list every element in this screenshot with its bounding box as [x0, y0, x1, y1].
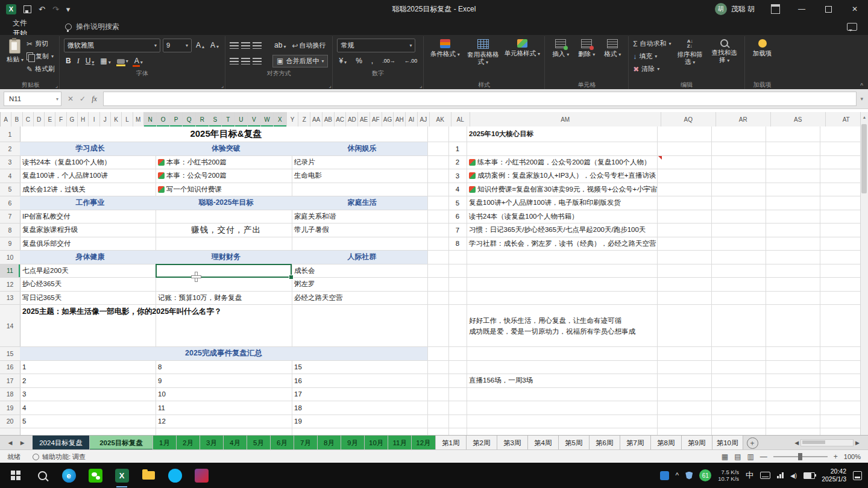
column-header[interactable]: AS — [771, 112, 826, 127]
cell-r8c2[interactable]: 赚钱，交付，产出 — [156, 224, 297, 237]
column-header[interactable]: AJ — [418, 112, 430, 127]
row-header[interactable]: 18 — [0, 388, 20, 402]
align-top-icon[interactable] — [230, 42, 239, 49]
row-header[interactable]: 6 — [0, 196, 20, 210]
column-header[interactable]: W — [261, 112, 274, 127]
conditional-formatting-button[interactable]: 条件格式 ▾ — [428, 37, 462, 58]
cell-r5-am[interactable]: 知识付费课=复盘创富30讲卖99元，视频号+公众号+小宇宙 — [467, 183, 662, 196]
column-header[interactable]: AH — [394, 112, 406, 127]
column-header[interactable]: Q — [183, 112, 196, 127]
hscroll-right-icon[interactable]: ▶ — [855, 440, 860, 446]
sheet-tab[interactable]: 第4周 — [528, 436, 559, 450]
name-box[interactable]: N11 ▾ — [4, 92, 61, 106]
cell-r7-am[interactable]: 读书24本（读复盘100个人物书籍） — [467, 210, 662, 224]
sheet-tab[interactable]: 第7周 — [620, 436, 651, 450]
column-header[interactable]: J — [100, 112, 111, 127]
column-header[interactable]: AI — [406, 112, 418, 127]
column-header[interactable]: AE — [358, 112, 370, 127]
font-size-select[interactable]: 9▾ — [163, 39, 192, 52]
cell-r20c1[interactable]: 5 — [20, 415, 160, 428]
cell-r17c1[interactable]: 2 — [20, 374, 160, 387]
cell-r11c3[interactable]: 成长会 — [292, 264, 432, 278]
select-all-corner[interactable] — [0, 112, 1, 127]
font-name-select[interactable]: 微软雅黑▾ — [64, 39, 160, 52]
ribbon-tab[interactable]: 文件 — [5, 18, 49, 28]
cancel-entry-icon[interactable]: ✕ — [68, 95, 74, 103]
column-header[interactable]: X — [274, 112, 287, 127]
cell-r7-al[interactable]: 6 — [448, 210, 467, 224]
cell-r2-al[interactable]: 1 — [448, 142, 467, 155]
restore-button[interactable] — [815, 0, 841, 18]
accessibility-status[interactable]: 辅助功能: 调查 — [33, 452, 86, 461]
copy-button[interactable]: 复制 ▾ — [27, 50, 55, 63]
hscroll-left-icon[interactable]: ◀ — [794, 440, 799, 446]
column-header[interactable]: N — [144, 112, 157, 127]
cell-r2c1[interactable]: 学习成长 — [20, 142, 160, 155]
row-header[interactable]: 17 — [0, 374, 20, 388]
volume-icon[interactable]: ◀) — [790, 472, 797, 479]
column-header[interactable]: R — [196, 112, 209, 127]
column-header[interactable]: M — [133, 112, 144, 127]
ribbon-display-options-button[interactable] — [762, 0, 788, 18]
cell-r16c3[interactable]: 15 — [292, 361, 432, 374]
cell-r2c3[interactable]: 休闲娱乐 — [292, 142, 432, 155]
row-header[interactable]: 8 — [0, 224, 20, 237]
comments-icon[interactable] — [847, 23, 857, 31]
expand-formula-bar-icon[interactable]: ▾ — [860, 96, 867, 102]
cell-r10c1[interactable]: 身体健康 — [20, 251, 160, 264]
cell-r3c1[interactable]: 读书24本（复盘100个人物） — [20, 156, 160, 169]
sheet-tab[interactable]: 5月 — [247, 436, 271, 450]
autosum-button[interactable]: Σ自动求和 ▾ — [633, 37, 671, 50]
cell-r7c3[interactable]: 家庭关系和谐 — [292, 210, 432, 224]
column-header[interactable]: AK — [430, 112, 451, 127]
percent-style-button[interactable]: % — [354, 57, 364, 65]
taskbar-edge-button[interactable]: e — [55, 463, 82, 487]
cell-r17-am[interactable]: 直播156场，一周3场 — [467, 374, 662, 387]
column-header[interactable]: AB — [322, 112, 335, 127]
sheet-tab[interactable]: 2月 — [177, 436, 200, 450]
column-header[interactable]: AC — [335, 112, 347, 127]
save-icon[interactable] — [24, 5, 31, 13]
cell-r3c3[interactable]: 纪录片 — [292, 156, 432, 169]
column-header[interactable]: K — [111, 112, 122, 127]
taskbar-explorer-button[interactable] — [135, 463, 162, 487]
format-painter-button[interactable]: ✎格式刷 — [27, 63, 55, 75]
column-header[interactable]: AM — [470, 112, 661, 127]
row-header[interactable]: 7 — [0, 210, 20, 224]
cell-r20c3[interactable]: 19 — [292, 415, 432, 428]
sheet-tab[interactable]: 6月 — [271, 436, 294, 450]
sheet-tab[interactable]: 7月 — [294, 436, 318, 450]
row-header[interactable]: 1 — [0, 127, 20, 142]
cell-styles-button[interactable]: 单元格样式 ▾ — [504, 37, 540, 58]
cell-r9-al[interactable]: 8 — [448, 237, 467, 251]
align-bottom-icon[interactable] — [253, 42, 262, 49]
normal-view-icon[interactable]: ▦ — [722, 452, 728, 461]
row-header[interactable]: 15 — [0, 347, 20, 361]
column-header[interactable]: Y — [287, 112, 299, 127]
row-header[interactable]: 3 — [0, 156, 20, 170]
column-header[interactable]: L — [122, 112, 133, 127]
cell-r9-am[interactable]: 学习社群：成长会，粥左罗，读书（经典），必经之路天空营 — [467, 237, 662, 251]
start-button[interactable] — [2, 463, 29, 487]
row-header[interactable]: 13 — [0, 292, 20, 305]
row-header[interactable]: 14 — [0, 305, 20, 347]
page-layout-view-icon[interactable]: ▤ — [734, 452, 741, 461]
cell-main-title[interactable]: 2025年目标&复盘 — [20, 127, 432, 142]
column-header[interactable]: T — [222, 112, 235, 127]
row-header[interactable]: 9 — [0, 237, 20, 251]
cell-r5-al[interactable]: 4 — [448, 183, 467, 196]
align-right-icon[interactable] — [253, 58, 262, 64]
page-break-view-icon[interactable]: ▥ — [747, 452, 754, 461]
comma-style-button[interactable]: , — [370, 57, 375, 65]
touch-keyboard-icon[interactable] — [760, 472, 770, 479]
collapse-ribbon-icon[interactable]: ^ — [860, 83, 863, 89]
clear-button[interactable]: ✖清除 ▾ — [633, 63, 671, 75]
cell-r6c2[interactable]: 聪聪-2025年目标 — [156, 196, 297, 210]
column-header[interactable]: AL — [451, 112, 470, 127]
cell-r7c1[interactable]: IP创富私教交付 — [20, 210, 160, 224]
borders-button[interactable]: ▦ ▾ — [98, 57, 112, 65]
align-middle-icon[interactable] — [241, 42, 250, 49]
paste-button[interactable]: 粘贴 ▾ — [7, 37, 24, 64]
notification-center-icon[interactable] — [853, 471, 862, 480]
next-sheet-icon[interactable]: ▶ — [20, 440, 25, 446]
